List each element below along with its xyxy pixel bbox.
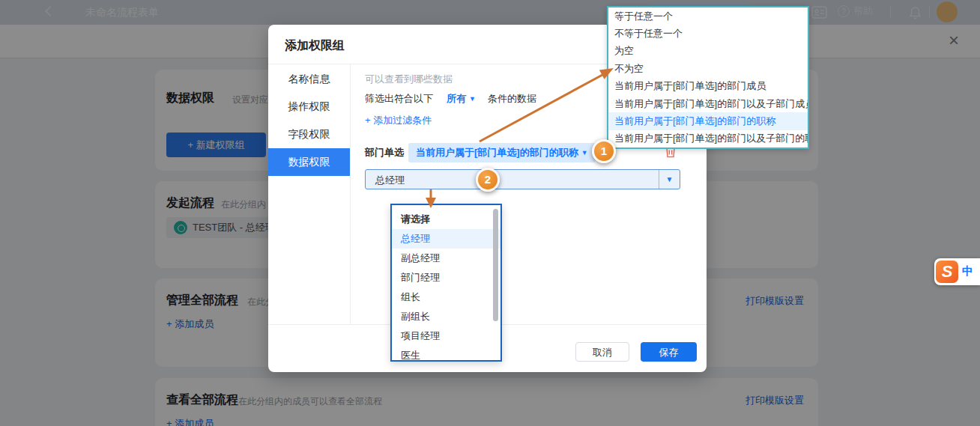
role-option-selected[interactable]: 总经理 (392, 229, 500, 249)
role-select[interactable]: 总经理 ▼ (365, 169, 680, 189)
role-option[interactable]: 副总经理 (392, 249, 500, 268)
step-2-badge: 2 (476, 168, 500, 192)
input-method-indicator: S 中 (934, 258, 980, 285)
condition-option[interactable]: 当前用户属于[部门单选]的部门以及子部门的职称 (608, 130, 808, 147)
step-1-badge: 1 (592, 139, 616, 163)
role-option-placeholder[interactable]: 请选择 (392, 210, 500, 229)
filter-suffix: 条件的数据 (488, 92, 536, 106)
condition-select[interactable]: 当前用户属于[部门单选]的部门的职称 ▼ (408, 143, 596, 162)
chevron-down-icon: ▼ (581, 149, 588, 156)
field-label: 部门单选 (365, 146, 404, 159)
condition-dropdown-list: 等于任意一个 不等于任意一个 为空 不为空 当前用户属于[部门单选]的部门成员 … (607, 6, 809, 149)
condition-option[interactable]: 等于任意一个 (608, 7, 808, 25)
filter-prefix: 筛选出符合以下 (365, 92, 433, 106)
filter-condition-row: 筛选出符合以下 所有 ▼ 条件的数据 (365, 92, 536, 106)
condition-select-value: 当前用户属于[部门单选]的部门的职称 (416, 146, 578, 159)
role-select-value: 总经理 (375, 174, 405, 187)
condition-option[interactable]: 为空 (608, 43, 808, 60)
role-option[interactable]: 副组长 (392, 307, 500, 326)
role-dropdown-list: 请选择 总经理 副总经理 部门经理 组长 副组长 项目经理 医生 (390, 204, 502, 362)
condition-option[interactable]: 不等于任意一个 (608, 25, 808, 42)
tab-name-info[interactable]: 名称信息 (268, 65, 350, 93)
chevron-down-icon: ▼ (659, 170, 680, 189)
tab-operation-permission[interactable]: 操作权限 (268, 93, 350, 121)
tab-data-permission[interactable]: 数据权限 (268, 148, 350, 176)
sogou-logo-icon: S (936, 261, 958, 283)
filter-mode-select[interactable]: 所有 (447, 92, 466, 106)
condition-option[interactable]: 当前用户属于[部门单选]的部门以及子部门成员 (608, 95, 808, 112)
ime-language-label: 中 (962, 264, 973, 279)
condition-option-selected[interactable]: 当前用户属于[部门单选]的部门的职称 (608, 112, 808, 130)
role-option[interactable]: 医生 (392, 346, 500, 362)
condition-option[interactable]: 当前用户属于[部门单选]的部门成员 (608, 78, 808, 95)
tab-field-permission[interactable]: 字段权限 (268, 121, 350, 148)
role-option[interactable]: 项目经理 (392, 326, 500, 346)
scrollbar-thumb[interactable] (493, 209, 498, 321)
role-option[interactable]: 组长 (392, 287, 500, 307)
role-option[interactable]: 部门经理 (392, 268, 500, 287)
condition-option[interactable]: 不为空 (608, 60, 808, 77)
data-visibility-hint: 可以查看到哪些数据 (365, 73, 453, 86)
save-button[interactable]: 保存 (641, 342, 697, 362)
app-window: 未命名流程表单 ? 帮助 × 数据权限 设置对应的 + 新建权限组 发起流程 在… (0, 0, 980, 426)
cancel-button[interactable]: 取消 (575, 342, 629, 362)
sidebar-divider (350, 64, 351, 324)
add-filter-link[interactable]: + 添加过滤条件 (365, 114, 432, 127)
dialog-title: 添加权限组 (285, 38, 345, 54)
chevron-down-icon: ▼ (469, 95, 476, 103)
